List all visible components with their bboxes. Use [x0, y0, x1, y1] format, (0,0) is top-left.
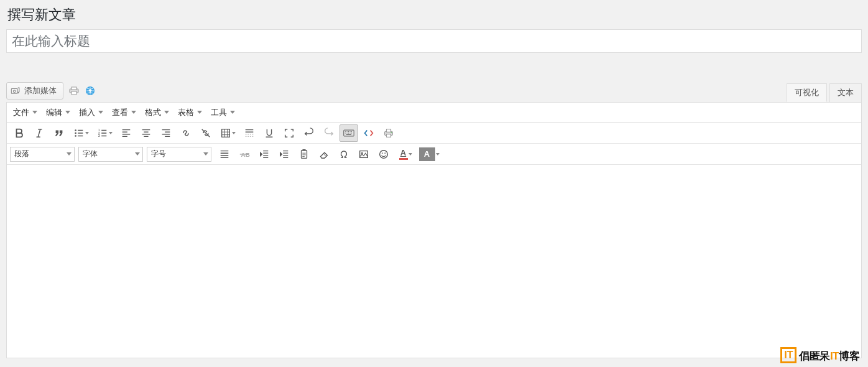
strikethrough-button[interactable]: ABC — [235, 146, 254, 163]
printer-icon[interactable] — [68, 86, 80, 96]
italic-button[interactable] — [30, 124, 48, 142]
font-family-select[interactable]: 字体 — [78, 147, 143, 162]
quote-icon — [53, 128, 65, 139]
bullet-list-icon — [73, 128, 85, 139]
svg-rect-20 — [302, 150, 307, 158]
chevron-down-icon — [436, 153, 440, 156]
menu-edit[interactable]: 编辑 — [44, 105, 73, 120]
special-char-button[interactable] — [335, 146, 353, 163]
menubar: 文件 编辑 插入 查看 格式 表格 工具 — [7, 103, 861, 123]
svg-rect-0 — [11, 89, 17, 94]
bg-color-icon: A — [419, 147, 435, 161]
blockquote-button[interactable] — [50, 124, 68, 142]
menu-view[interactable]: 查看 — [109, 105, 139, 120]
menu-insert[interactable]: 插入 — [76, 105, 106, 120]
globe-download-icon[interactable] — [85, 86, 96, 96]
table-icon — [220, 128, 231, 139]
svg-rect-17 — [386, 134, 390, 137]
chevron-down-icon — [203, 152, 208, 156]
text-color-button[interactable]: A — [394, 146, 417, 163]
print-button[interactable] — [379, 124, 398, 142]
table-button[interactable] — [216, 124, 239, 142]
outdent-button[interactable] — [255, 146, 274, 163]
align-left-icon — [121, 128, 132, 139]
add-media-label: 添加媒体 — [24, 85, 57, 96]
chevron-down-icon — [135, 152, 140, 156]
menu-file[interactable]: 文件 — [11, 105, 40, 120]
link-icon — [180, 128, 192, 139]
redo-button[interactable] — [320, 124, 338, 142]
menu-table[interactable]: 表格 — [175, 105, 205, 120]
redo-icon — [323, 128, 335, 139]
paste-button[interactable] — [295, 146, 313, 163]
svg-rect-4 — [72, 87, 76, 90]
camera-music-icon — [11, 86, 22, 95]
editor-content[interactable] — [7, 165, 861, 358]
menu-format[interactable]: 格式 — [142, 105, 172, 120]
post-title-input[interactable] — [6, 29, 862, 53]
chevron-down-icon — [197, 111, 202, 114]
fullscreen-icon — [284, 128, 295, 139]
page-title: 撰写新文章 — [6, 0, 862, 29]
keyboard-button[interactable] — [339, 124, 358, 142]
undo-button[interactable] — [300, 124, 318, 142]
tab-text[interactable]: 文本 — [829, 83, 862, 102]
menu-view-label: 查看 — [112, 107, 128, 118]
eraser-button[interactable] — [315, 146, 333, 163]
menu-insert-label: 插入 — [79, 107, 95, 118]
menu-tools[interactable]: 工具 — [208, 105, 238, 120]
keyboard-icon — [343, 128, 354, 139]
italic-icon — [34, 128, 45, 139]
align-justify-button[interactable] — [215, 146, 234, 163]
image-button[interactable] — [354, 146, 373, 163]
chevron-down-icon — [98, 111, 103, 114]
fullscreen-button[interactable] — [280, 124, 298, 142]
chevron-down-icon — [131, 111, 136, 114]
underline-button[interactable] — [260, 124, 279, 142]
smiley-button[interactable] — [374, 146, 393, 163]
menu-table-label: 表格 — [178, 107, 194, 118]
paragraph-select[interactable]: 段落 — [10, 147, 75, 162]
chevron-down-icon — [65, 111, 70, 114]
svg-rect-13 — [221, 129, 229, 137]
link-button[interactable] — [177, 124, 195, 142]
menu-edit-label: 编辑 — [46, 107, 62, 118]
chevron-down-icon — [85, 132, 89, 134]
chevron-down-icon — [230, 111, 235, 114]
svg-point-2 — [17, 91, 19, 93]
code-button[interactable] — [359, 124, 378, 142]
media-row: 添加媒体 可视化 文本 — [6, 81, 862, 100]
align-center-button[interactable] — [137, 124, 155, 142]
editor-mode-tabs: 可视化 文本 — [787, 83, 862, 102]
numbered-list-icon: 123 — [97, 128, 108, 139]
numbered-list-button[interactable]: 123 — [93, 124, 116, 142]
align-right-button[interactable] — [157, 124, 175, 142]
svg-rect-21 — [302, 149, 305, 151]
align-justify-icon — [219, 149, 230, 160]
eraser-icon — [318, 149, 330, 160]
menu-file-label: 文件 — [13, 107, 29, 118]
bullet-list-button[interactable] — [70, 124, 92, 142]
svg-point-26 — [384, 152, 386, 154]
svg-point-1 — [13, 90, 16, 93]
tab-visual[interactable]: 可视化 — [787, 83, 827, 102]
svg-point-23 — [361, 152, 363, 154]
svg-rect-5 — [72, 91, 76, 95]
svg-point-18 — [391, 132, 392, 133]
chevron-down-icon — [109, 132, 113, 134]
toolbar-row-1: 123 — [7, 123, 861, 144]
more-button[interactable] — [240, 124, 259, 142]
align-left-button[interactable] — [117, 124, 136, 142]
paragraph-select-label: 段落 — [14, 149, 29, 159]
bold-button[interactable] — [10, 124, 29, 142]
font-size-select[interactable]: 字号 — [147, 147, 211, 162]
add-media-button[interactable]: 添加媒体 — [6, 82, 63, 100]
clipboard-icon — [298, 149, 310, 160]
unlink-button[interactable] — [196, 124, 215, 142]
bg-color-button[interactable]: A — [418, 146, 440, 163]
underline-icon — [264, 128, 275, 139]
indent-button[interactable] — [275, 146, 293, 163]
bold-icon — [14, 128, 25, 139]
editor-container: 文件 编辑 插入 查看 格式 表格 工具 123 — [6, 102, 862, 358]
unlink-icon — [200, 128, 211, 139]
